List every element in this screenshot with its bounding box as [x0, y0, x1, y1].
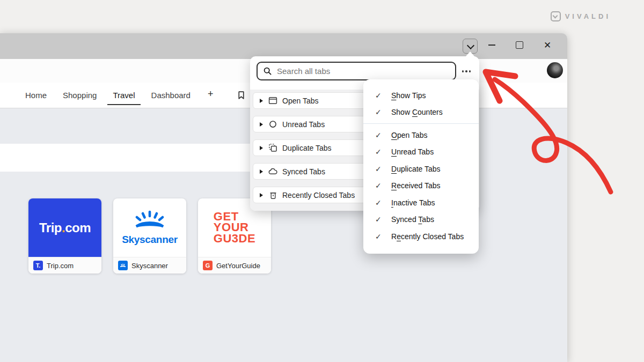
checkmark-icon: ✓	[375, 108, 385, 116]
menu-item-duplicate-tabs[interactable]: ✓Duplicate Tabs	[363, 160, 479, 178]
minimize-icon	[488, 45, 495, 46]
screenshot-stage: VIVALDI ✕ HomeShoppingTravelDashboard+ T…	[0, 0, 644, 362]
menu-item-label: Duplicate Tabs	[391, 165, 441, 173]
speed-dial-trip-com[interactable]: Trip.comT.Trip.com	[28, 198, 101, 274]
checkmark-icon: ✓	[375, 131, 385, 139]
menu-item-label: Inactive Tabs	[391, 198, 435, 207]
menu-item-show-counters[interactable]: ✓Show Counters	[363, 104, 479, 121]
vivaldi-logo-icon	[551, 11, 561, 21]
checkmark-icon: ✓	[375, 215, 385, 224]
expand-caret-icon[interactable]	[260, 146, 263, 150]
speed-dial-footer: GGetYourGuide	[198, 257, 271, 274]
bookmark-travel[interactable]: Travel	[107, 85, 140, 105]
switcher-settings-menu: ✓Show Tips✓Show Counters✓Open Tabs✓Unrea…	[363, 79, 479, 254]
search-icon	[264, 67, 272, 75]
add-bookmark-button[interactable]: +	[201, 85, 220, 105]
menu-item-label: Show Counters	[391, 108, 443, 116]
category-label: Unread Tabs	[282, 120, 325, 129]
skyscanner-sun-icon	[133, 210, 166, 232]
category-label: Open Tabs	[282, 97, 318, 105]
maximize-button[interactable]	[513, 39, 526, 51]
skyscanner-logo: Skyscanner	[122, 210, 178, 246]
duplicate-icon	[268, 143, 277, 152]
bookmark-home[interactable]: Home	[20, 85, 52, 105]
bookmark-dashboard[interactable]: Dashboard	[146, 85, 196, 105]
menu-item-label: Recently Closed Tabs	[391, 232, 464, 241]
expand-caret-icon[interactable]	[260, 169, 263, 174]
menu-item-open-tabs[interactable]: ✓Open Tabs	[363, 127, 479, 144]
menu-item-label: Unread Tabs	[391, 147, 434, 156]
menu-item-unread-tabs[interactable]: ✓Unread Tabs	[363, 144, 479, 161]
skyscanner-favicon-icon	[118, 261, 128, 270]
skyscanner-logo-text: Skyscanner	[122, 234, 178, 246]
vivaldi-logo-text: VIVALDI	[565, 12, 611, 20]
minimize-button[interactable]	[485, 39, 498, 51]
getyourguide-logo: GETYOURGU3DE	[214, 211, 255, 244]
checkmark-icon: ✓	[375, 91, 385, 100]
getyourguide-favicon-icon: G	[203, 261, 213, 270]
window-titlebar: ✕	[0, 33, 567, 59]
category-label: Duplicate Tabs	[282, 144, 332, 152]
tripcom-logo: Trip.com	[39, 220, 91, 235]
trash-icon	[268, 190, 277, 200]
window-tab-icon	[268, 96, 277, 105]
checkmark-icon: ✓	[375, 232, 385, 241]
speed-dial-label: Trip.com	[47, 262, 74, 270]
speed-dial-thumbnail: Skyscanner	[113, 198, 186, 257]
checkmark-icon: ✓	[375, 181, 385, 190]
cloud-icon	[268, 167, 277, 176]
maximize-icon	[516, 41, 523, 49]
expand-caret-icon[interactable]	[260, 99, 263, 103]
menu-item-label: Received Tabs	[391, 181, 441, 190]
menu-item-recently-closed-tabs[interactable]: ✓Recently Closed Tabs	[363, 228, 479, 245]
checkmark-icon: ✓	[375, 198, 385, 207]
menu-item-show-tips[interactable]: ✓Show Tips	[363, 87, 479, 104]
close-icon: ✕	[544, 41, 551, 50]
expand-caret-icon[interactable]	[260, 122, 263, 127]
category-label: Recently Closed Tabs	[282, 191, 355, 200]
checkmark-icon: ✓	[375, 147, 385, 156]
speed-dial-label: GetYourGuide	[216, 262, 260, 270]
speed-dial-footer: T.Trip.com	[28, 257, 101, 274]
speed-dial-grid: Trip.comT.Trip.comSkyscannerSkyscannerGE…	[28, 198, 271, 274]
menu-item-received-tabs[interactable]: ✓Received Tabs	[363, 178, 479, 195]
menu-item-synced-tabs[interactable]: ✓Synced Tabs	[363, 211, 479, 228]
search-input[interactable]	[276, 66, 455, 76]
menu-item-inactive-tabs[interactable]: ✓Inactive Tabs	[363, 194, 479, 211]
vivaldi-brand: VIVALDI	[551, 11, 611, 21]
trip-com-favicon-icon: T.	[33, 261, 43, 270]
speed-dial-skyscanner[interactable]: SkyscannerSkyscanner	[113, 198, 186, 274]
bookmark-shopping[interactable]: Shopping	[57, 85, 102, 105]
speed-dial-thumbnail: Trip.com	[28, 198, 101, 257]
circle-icon	[268, 120, 277, 129]
speed-dial-footer: Skyscanner	[113, 257, 186, 274]
search-all-tabs-field[interactable]	[257, 62, 456, 80]
profile-avatar[interactable]	[547, 62, 563, 78]
expand-caret-icon[interactable]	[260, 193, 263, 197]
switcher-settings-button[interactable]	[458, 65, 474, 78]
speed-dial-label: Skyscanner	[131, 262, 168, 270]
close-button[interactable]: ✕	[541, 39, 554, 51]
bookmark-icon[interactable]	[237, 91, 246, 100]
menu-separator	[363, 123, 479, 124]
category-label: Synced Tabs	[282, 167, 325, 176]
chevron-down-icon	[466, 42, 474, 49]
menu-item-label: Show Tips	[391, 91, 426, 100]
menu-item-label: Open Tabs	[391, 131, 427, 139]
checkmark-icon: ✓	[375, 165, 385, 173]
menu-item-label: Synced Tabs	[391, 215, 434, 224]
